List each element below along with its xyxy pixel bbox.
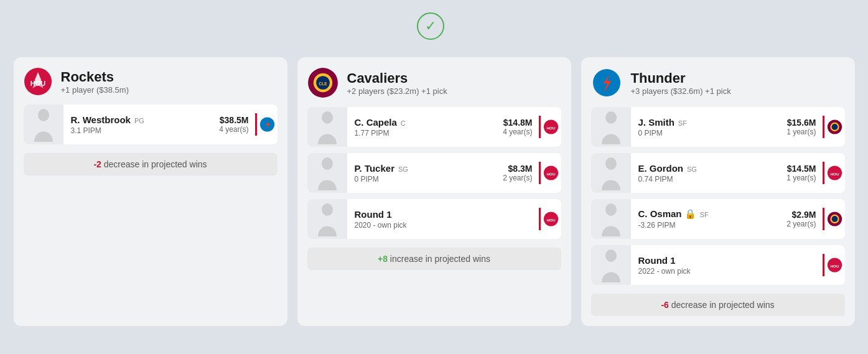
svg-rect-3 bbox=[35, 80, 41, 83]
contract-years-rockets-0: 4 year(s) bbox=[212, 125, 249, 134]
svg-point-6 bbox=[38, 109, 49, 121]
rockets-logo-icon: HOU bbox=[24, 67, 52, 96]
badge-cavaliers-1: HOU bbox=[539, 162, 561, 184]
player-name-rockets-0: R. Westbrook bbox=[71, 114, 131, 125]
card-thunder: Thunder +3 players ($32.6m) +1 pick J. S… bbox=[581, 57, 855, 326]
pick-photo-cavaliers-0 bbox=[307, 199, 347, 239]
player-info-thunder-2: C. Osman 🔒 SF -3.26 PIPM bbox=[631, 203, 773, 235]
svg-text:HOU: HOU bbox=[830, 264, 839, 268]
team-info-thunder: Thunder +3 players ($32.6m) +1 pick bbox=[631, 70, 845, 96]
svg-point-29 bbox=[605, 157, 617, 170]
player-info-thunder-1: E. Gordon SG 0.74 PIPM bbox=[631, 158, 773, 189]
thunder-logo-icon bbox=[591, 67, 622, 98]
contract-salary-rockets-0: $38.5M bbox=[212, 115, 249, 125]
badge-thunder-2 bbox=[823, 208, 845, 230]
success-icon-circle: ✓ bbox=[417, 12, 444, 40]
player-photo-rockets-0 bbox=[24, 105, 63, 144]
contract-years-cavaliers-0: 4 year(s) bbox=[495, 128, 533, 136]
contract-years-thunder-1: 1 year(s) bbox=[779, 174, 816, 182]
contract-years-cavaliers-1: 2 year(s) bbox=[495, 174, 533, 182]
svg-text:CLE: CLE bbox=[319, 82, 327, 86]
header-rockets: HOU Rockets +1 player ($38.5m) bbox=[24, 67, 278, 98]
success-banner: ✓ bbox=[417, 12, 452, 40]
player-info-cavaliers-0: C. Capela C 1.77 PIPM bbox=[347, 112, 489, 142]
player-name-thunder-1: E. Gordon bbox=[638, 163, 684, 174]
player-pipm-thunder-1: 0.74 PIPM bbox=[638, 175, 765, 184]
badge-thunder-1: HOU bbox=[823, 162, 845, 184]
player-photo-thunder-0 bbox=[591, 107, 631, 147]
header-cavaliers: CLE Cavaliers +2 players ($23.2m) +1 pic… bbox=[307, 67, 561, 101]
team-subtitle-cavaliers: +2 players ($23.2m) +1 pick bbox=[347, 86, 561, 96]
team-name-thunder: Thunder bbox=[631, 70, 845, 86]
summary-text-thunder: decrease in projected wins bbox=[669, 300, 775, 310]
player-photo-cavaliers-0 bbox=[307, 107, 347, 147]
player-info-rockets-0: R. Westbrook PG 3.1 PIPM bbox=[63, 109, 205, 140]
svg-point-16 bbox=[322, 157, 333, 170]
svg-text:HOU: HOU bbox=[546, 126, 555, 130]
player-info-cavaliers-1: P. Tucker SG 0 PIPM bbox=[347, 158, 489, 189]
player-contract-cavaliers-0: $14.8M 4 year(s) bbox=[489, 113, 539, 141]
player-info-thunder-0: J. Smith SF 0 PIPM bbox=[631, 112, 773, 142]
player-pos-rockets-0: PG bbox=[134, 117, 144, 124]
svg-text:HOU: HOU bbox=[830, 172, 839, 176]
contract-salary-cavaliers-1: $8.3M bbox=[495, 164, 533, 174]
player-name-cavaliers-0: C. Capela bbox=[355, 117, 397, 128]
card-cavaliers: CLE Cavaliers +2 players ($23.2m) +1 pic… bbox=[297, 57, 571, 326]
summary-value-cavaliers: +8 bbox=[378, 254, 388, 264]
player-pipm-thunder-0: 0 PIPM bbox=[638, 129, 765, 137]
pick-info-thunder-0: Round 1 2022 - own pick bbox=[631, 250, 823, 281]
card-rockets: HOU Rockets +1 player ($38.5m) R. Westbr… bbox=[14, 57, 287, 326]
team-subtitle-thunder: +3 players ($32.6m) +1 pick bbox=[631, 86, 845, 96]
svg-text:HOU: HOU bbox=[546, 218, 555, 222]
summary-text-cavaliers: increase in projected wins bbox=[388, 254, 490, 264]
player-row-thunder-2: C. Osman 🔒 SF -3.26 PIPM $2.9M 2 year(s) bbox=[591, 199, 845, 239]
svg-point-19 bbox=[322, 203, 333, 216]
cavaliers-logo-icon: CLE bbox=[307, 67, 338, 98]
pick-badge-thunder-0: HOU bbox=[823, 254, 845, 276]
player-pos-cavaliers-0: C bbox=[401, 119, 406, 127]
player-row-thunder-1: E. Gordon SG 0.74 PIPM $14.5M 1 year(s) … bbox=[591, 153, 845, 193]
summary-value-thunder: -6 bbox=[661, 300, 668, 310]
player-pos-cavaliers-1: SG bbox=[398, 165, 408, 173]
svg-point-28 bbox=[831, 124, 838, 130]
contract-salary-thunder-2: $2.9M bbox=[779, 210, 816, 220]
summary-text-rockets: decrease in projected wins bbox=[101, 159, 207, 169]
summary-value-rockets: -2 bbox=[93, 159, 101, 169]
team-subtitle-rockets: +1 player ($38.5m) bbox=[61, 85, 278, 95]
team-name-cavaliers: Cavaliers bbox=[347, 70, 561, 86]
pick-round-cavaliers-0: Round 1 bbox=[355, 209, 531, 220]
badge-cavaliers-0: HOU bbox=[539, 116, 561, 138]
team-name-rockets: Rockets bbox=[61, 69, 278, 85]
player-row-rockets-0: R. Westbrook PG 3.1 PIPM $38.5M 4 year(s… bbox=[24, 105, 278, 144]
player-photo-cavaliers-1 bbox=[307, 153, 347, 193]
pick-row-thunder-0: Round 1 2022 - own pick HOU bbox=[591, 245, 845, 285]
cards-container: HOU Rockets +1 player ($38.5m) R. Westbr… bbox=[12, 57, 856, 326]
player-pipm-cavaliers-0: 1.77 PIPM bbox=[355, 129, 482, 137]
summary-thunder: -6 decrease in projected wins bbox=[591, 294, 845, 316]
svg-point-13 bbox=[322, 111, 333, 124]
checkmark-icon: ✓ bbox=[425, 19, 436, 33]
contract-salary-cavaliers-0: $14.8M bbox=[495, 118, 533, 128]
badge-thunder-0 bbox=[823, 116, 845, 138]
badge-rockets-0 bbox=[255, 113, 278, 136]
player-pos-thunder-2: SF bbox=[700, 211, 709, 218]
pick-detail-thunder-0: 2022 - own pick bbox=[638, 267, 815, 276]
player-contract-thunder-1: $14.5M 1 year(s) bbox=[773, 159, 823, 187]
player-pos-thunder-0: SF bbox=[678, 119, 687, 127]
pick-photo-thunder-0 bbox=[591, 245, 631, 285]
player-row-cavaliers-0: C. Capela C 1.77 PIPM $14.8M 4 year(s) H… bbox=[307, 107, 561, 147]
pick-round-thunder-0: Round 1 bbox=[638, 255, 815, 266]
summary-cavaliers: +8 increase in projected wins bbox=[307, 248, 561, 270]
header-thunder: Thunder +3 players ($32.6m) +1 pick bbox=[591, 67, 845, 101]
contract-salary-thunder-1: $14.5M bbox=[779, 164, 816, 174]
player-pipm-cavaliers-1: 0 PIPM bbox=[355, 175, 482, 184]
contract-years-thunder-0: 1 year(s) bbox=[779, 128, 816, 136]
team-info-rockets: Rockets +1 player ($38.5m) bbox=[61, 69, 278, 95]
player-name-cavaliers-1: P. Tucker bbox=[355, 163, 394, 174]
svg-point-32 bbox=[605, 203, 617, 216]
player-name-thunder-2: C. Osman 🔒 bbox=[638, 208, 696, 220]
player-pipm-thunder-2: -3.26 PIPM bbox=[638, 221, 765, 230]
player-contract-thunder-0: $15.6M 1 year(s) bbox=[773, 113, 823, 141]
player-pipm-rockets-0: 3.1 PIPM bbox=[71, 126, 198, 135]
svg-text:HOU: HOU bbox=[546, 172, 555, 176]
